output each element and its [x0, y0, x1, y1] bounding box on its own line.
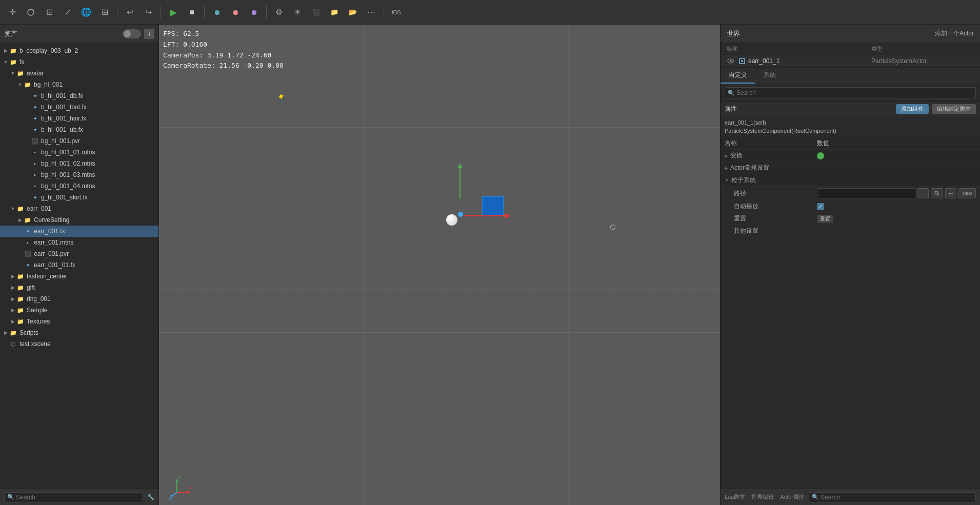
- light-btn[interactable]: ☀: [289, 4, 306, 21]
- tree-label: gift: [27, 284, 35, 291]
- world-btn[interactable]: ⤢: [59, 4, 76, 21]
- tab-world-editor[interactable]: 世界编辑: [751, 493, 774, 501]
- tree-item-bg_hl_001_03_mtns[interactable]: ▪ bg_hl_001_03.mtns: [0, 169, 158, 180]
- tree-item-test_xscene[interactable]: ⬡ test.xscene: [0, 338, 158, 350]
- path-input[interactable]: [817, 188, 915, 198]
- tree-item-Textures[interactable]: ▶ 📁 Textures: [0, 316, 158, 327]
- viewport[interactable]: FPS: 62.5 LFT: 0.0160 CameraPos: 3.19 1.…: [159, 25, 720, 505]
- move-tool-btn[interactable]: ✛: [4, 4, 21, 21]
- tree-item-bg_hl_001_pvr[interactable]: ⬛ bg_hl_001.pvr: [0, 135, 158, 147]
- prop-value-autoplay: ✓: [817, 203, 976, 210]
- sep5: [384, 6, 384, 18]
- axis-gizmo: X Y Z: [169, 474, 190, 495]
- globe-btn[interactable]: 🌐: [78, 4, 94, 21]
- tab-actor-props[interactable]: Actor属性: [780, 493, 805, 501]
- rec3-btn[interactable]: ⏺: [246, 4, 262, 21]
- sep1: [117, 6, 117, 18]
- tree-item-b_hl_001_ub_fx[interactable]: ✦ b_hl_001_ub.fx: [0, 124, 158, 135]
- tree-item-earr_001[interactable]: ▼ 📁 earr_001: [0, 203, 158, 214]
- folder-icon: 📁: [24, 216, 32, 224]
- scene-icon: ⬡: [9, 340, 17, 348]
- undo-btn[interactable]: ↩: [122, 4, 138, 21]
- new-folder-btn[interactable]: 📂: [345, 4, 361, 21]
- render-btn[interactable]: ⬛: [308, 4, 324, 21]
- tree-item-Sample[interactable]: ▶ 📁 Sample: [0, 305, 158, 316]
- redo-btn[interactable]: ↪: [140, 4, 156, 21]
- mtns-icon: ▪: [31, 182, 39, 190]
- path-search-btn[interactable]: [931, 188, 943, 198]
- tree-item-earr_001_01_fx[interactable]: ✦ earr_001_01.fx: [0, 259, 158, 271]
- tree-item-earr_001_fx[interactable]: ✦ earr_001.fx: [0, 226, 158, 237]
- play-btn[interactable]: ▶: [165, 4, 182, 21]
- mtns-icon: ▪: [31, 171, 39, 179]
- search-right-input[interactable]: [809, 492, 976, 502]
- tree-label: bg_hl_001_04.mtns: [41, 183, 95, 190]
- svg-rect-2: [159, 25, 720, 505]
- tree-item-bg_hl_001[interactable]: ▼ 📁 bg_hl_001: [0, 79, 158, 90]
- tree-item-g_hl_001_skirt_fx[interactable]: ✦ g_hl_001_skirt.fx: [0, 192, 158, 203]
- add-asset-btn[interactable]: +: [144, 29, 154, 39]
- prop-group-transform[interactable]: ▶ 变换: [721, 150, 980, 162]
- visibility-eye-icon[interactable]: [727, 57, 735, 65]
- rec2-btn[interactable]: ⏺: [227, 4, 244, 21]
- path-back-btn[interactable]: ↩: [945, 188, 956, 198]
- tree-item-earr_001_pvr[interactable]: ⬛ earr_001.pvr: [0, 248, 158, 259]
- tab-lua-script[interactable]: Lua脚本: [725, 493, 745, 501]
- tree-item-b_hl_001_hair_fx[interactable]: ✦ b_hl_001_hair.fx: [0, 113, 158, 124]
- tree-arrow: [24, 92, 31, 99]
- tree-label: bg_hl_001_03.mtns: [41, 171, 95, 178]
- add-component-btn[interactable]: 添加组件: [896, 104, 929, 114]
- actor-row-earr_001_1[interactable]: earr_001_1 ParticleSystemActor: [721, 55, 980, 67]
- path-browse-btn[interactable]: ...: [917, 188, 929, 198]
- sphere-object: [446, 214, 457, 226]
- properties-title: 属性: [725, 105, 896, 113]
- tree-item-ring_001[interactable]: ▶ 📁 ring_001: [0, 293, 158, 305]
- svg-line-18: [938, 194, 939, 196]
- open-folder-btn[interactable]: 📁: [326, 4, 343, 21]
- tree-label: earr_001: [27, 205, 51, 212]
- world-title: 世界: [727, 29, 935, 38]
- toggle-switch[interactable]: [123, 29, 141, 38]
- main-area: 资产 + ▶ 📁 b_cosplay_003_ub_2 ▼ 📁 fx: [0, 25, 980, 505]
- tree-item-Scripts[interactable]: ▶ 📁 Scripts: [0, 327, 158, 338]
- component-item-root[interactable]: ParticleSystemComponent(RootComponent): [725, 127, 976, 135]
- rec1-btn[interactable]: ⏺: [209, 4, 225, 21]
- left-bottom-tool[interactable]: 🔧: [147, 494, 154, 500]
- add-actor-btn[interactable]: 添加一个Actor: [935, 29, 974, 38]
- more-btn[interactable]: ⋯: [363, 4, 379, 21]
- prop-group-actor-settings[interactable]: ▶ Actor常规设置: [721, 162, 980, 174]
- reset-tag[interactable]: 重置: [817, 215, 833, 223]
- tree-item-fx[interactable]: ▼ 📁 fx: [0, 56, 158, 68]
- settings-btn[interactable]: ⚙: [271, 4, 287, 21]
- tab-system[interactable]: 系统: [755, 68, 784, 84]
- tree-item-CurveSetting[interactable]: ▶ 📁 CurveSetting: [0, 214, 158, 226]
- tree-label: fashion_center: [27, 273, 67, 280]
- ios-btn[interactable]: iOS: [388, 4, 405, 21]
- prop-group-particle[interactable]: ▼ 粒子系统: [721, 174, 980, 187]
- grid-btn[interactable]: ⊞: [96, 4, 113, 21]
- tree-item-b_hl_001_foot_fx[interactable]: ✦ b_hl_001_foot.fx: [0, 102, 158, 113]
- component-item-self[interactable]: earr_001_1(self): [725, 118, 976, 127]
- rotate-tool-btn[interactable]: [23, 4, 39, 21]
- path-clear-btn[interactable]: clear: [958, 188, 976, 198]
- tree-item-bg_hl_001_04_mtns[interactable]: ▪ bg_hl_001_04.mtns: [0, 180, 158, 192]
- tree-item-b_hl_001_db_fx[interactable]: ✦ b_hl_001_db.fx: [0, 90, 158, 102]
- tree-item-bg_hl_001_02_mtns[interactable]: ▪ bg_hl_001_02.mtns: [0, 158, 158, 169]
- tree-arrow: [24, 104, 31, 111]
- tree-item-fashion_center[interactable]: ▶ 📁 fashion_center: [0, 271, 158, 282]
- tree-item-bg_hl_001_01_mtns[interactable]: ▪ bg_hl_001_01.mtns: [0, 147, 158, 158]
- right-search-input[interactable]: [725, 87, 976, 98]
- search-left-input[interactable]: [4, 492, 143, 502]
- tree-item-gift[interactable]: ▶ 📁 gift: [0, 282, 158, 293]
- tab-custom[interactable]: 自定义: [721, 68, 755, 84]
- left-panel: 资产 + ▶ 📁 b_cosplay_003_ub_2 ▼ 📁 fx: [0, 25, 159, 505]
- tree-item-b_cosplay_003_ub_2[interactable]: ▶ 📁 b_cosplay_003_ub_2: [0, 45, 158, 56]
- tree-item-avatar[interactable]: ▼ 📁 avatar: [0, 68, 158, 79]
- autoplay-checkbox[interactable]: ✓: [817, 203, 824, 210]
- stop-btn[interactable]: ■: [184, 4, 200, 21]
- edit-script-btn[interactable]: 编辑绑定脚本: [932, 104, 976, 114]
- actor-icon: [738, 57, 746, 65]
- tree-item-earr_001_mtns[interactable]: ▪ earr_001.mtns: [0, 237, 158, 248]
- scale-tool-btn[interactable]: ⊡: [41, 4, 57, 21]
- folder-icon: 📁: [9, 329, 17, 337]
